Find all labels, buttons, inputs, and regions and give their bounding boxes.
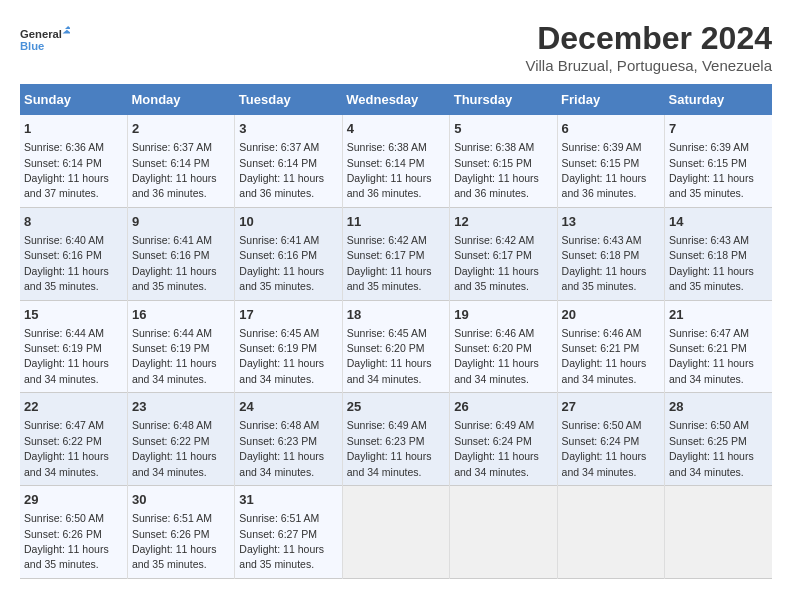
calendar-cell: 2 Sunrise: 6:37 AM Sunset: 6:14 PM Dayli… [127,115,234,207]
sunrise: Sunrise: 6:38 AM [347,141,427,153]
daylight: Daylight: 11 hours and 34 minutes. [24,357,109,384]
daylight: Daylight: 11 hours and 37 minutes. [24,172,109,199]
calendar-cell: 13 Sunrise: 6:43 AM Sunset: 6:18 PM Dayl… [557,207,664,300]
day-number: 5 [454,120,552,138]
calendar-cell: 30 Sunrise: 6:51 AM Sunset: 6:26 PM Dayl… [127,486,234,579]
sunset: Sunset: 6:14 PM [24,157,102,169]
svg-marker-2 [65,26,70,29]
day-number: 10 [239,213,337,231]
daylight: Daylight: 11 hours and 35 minutes. [132,543,217,570]
calendar-cell: 7 Sunrise: 6:39 AM Sunset: 6:15 PM Dayli… [665,115,772,207]
daylight: Daylight: 11 hours and 35 minutes. [24,543,109,570]
calendar-cell [557,486,664,579]
title-block: December 2024 Villa Bruzual, Portuguesa,… [525,20,772,74]
subtitle: Villa Bruzual, Portuguesa, Venezuela [525,57,772,74]
sunset: Sunset: 6:14 PM [132,157,210,169]
calendar-cell: 31 Sunrise: 6:51 AM Sunset: 6:27 PM Dayl… [235,486,342,579]
daylight: Daylight: 11 hours and 36 minutes. [132,172,217,199]
calendar-cell: 23 Sunrise: 6:48 AM Sunset: 6:22 PM Dayl… [127,393,234,486]
sunset: Sunset: 6:17 PM [454,249,532,261]
week-row-5: 29 Sunrise: 6:50 AM Sunset: 6:26 PM Dayl… [20,486,772,579]
sunset: Sunset: 6:24 PM [454,435,532,447]
header-thursday: Thursday [450,84,557,115]
sunset: Sunset: 6:26 PM [132,528,210,540]
sunrise: Sunrise: 6:39 AM [562,141,642,153]
sunset: Sunset: 6:19 PM [239,342,317,354]
daylight: Daylight: 11 hours and 34 minutes. [239,450,324,477]
day-number: 9 [132,213,230,231]
day-number: 31 [239,491,337,509]
sunset: Sunset: 6:24 PM [562,435,640,447]
calendar-cell: 29 Sunrise: 6:50 AM Sunset: 6:26 PM Dayl… [20,486,127,579]
daylight: Daylight: 11 hours and 36 minutes. [347,172,432,199]
sunset: Sunset: 6:21 PM [562,342,640,354]
header-sunday: Sunday [20,84,127,115]
logo-svg: General Blue [20,20,70,60]
daylight: Daylight: 11 hours and 34 minutes. [454,357,539,384]
day-number: 11 [347,213,445,231]
sunrise: Sunrise: 6:47 AM [24,419,104,431]
sunset: Sunset: 6:25 PM [669,435,747,447]
svg-text:Blue: Blue [20,40,44,52]
week-row-4: 22 Sunrise: 6:47 AM Sunset: 6:22 PM Dayl… [20,393,772,486]
sunrise: Sunrise: 6:41 AM [132,234,212,246]
day-number: 16 [132,306,230,324]
sunrise: Sunrise: 6:51 AM [239,512,319,524]
calendar-cell: 24 Sunrise: 6:48 AM Sunset: 6:23 PM Dayl… [235,393,342,486]
sunset: Sunset: 6:18 PM [669,249,747,261]
sunrise: Sunrise: 6:45 AM [239,327,319,339]
day-number: 19 [454,306,552,324]
sunset: Sunset: 6:27 PM [239,528,317,540]
day-number: 18 [347,306,445,324]
sunset: Sunset: 6:21 PM [669,342,747,354]
calendar-cell: 14 Sunrise: 6:43 AM Sunset: 6:18 PM Dayl… [665,207,772,300]
sunset: Sunset: 6:18 PM [562,249,640,261]
page-header: General Blue December 2024 Villa Bruzual… [20,20,772,74]
daylight: Daylight: 11 hours and 34 minutes. [454,450,539,477]
day-number: 27 [562,398,660,416]
calendar-cell: 8 Sunrise: 6:40 AM Sunset: 6:16 PM Dayli… [20,207,127,300]
week-row-1: 1 Sunrise: 6:36 AM Sunset: 6:14 PM Dayli… [20,115,772,207]
daylight: Daylight: 11 hours and 36 minutes. [239,172,324,199]
sunrise: Sunrise: 6:42 AM [454,234,534,246]
calendar-cell: 17 Sunrise: 6:45 AM Sunset: 6:19 PM Dayl… [235,300,342,393]
header-friday: Friday [557,84,664,115]
calendar-cell: 4 Sunrise: 6:38 AM Sunset: 6:14 PM Dayli… [342,115,449,207]
day-number: 8 [24,213,123,231]
sunset: Sunset: 6:19 PM [132,342,210,354]
daylight: Daylight: 11 hours and 34 minutes. [669,450,754,477]
sunset: Sunset: 6:20 PM [347,342,425,354]
calendar-cell [342,486,449,579]
calendar-cell: 19 Sunrise: 6:46 AM Sunset: 6:20 PM Dayl… [450,300,557,393]
sunset: Sunset: 6:15 PM [454,157,532,169]
sunset: Sunset: 6:26 PM [24,528,102,540]
day-number: 23 [132,398,230,416]
sunrise: Sunrise: 6:40 AM [24,234,104,246]
sunset: Sunset: 6:19 PM [24,342,102,354]
day-number: 3 [239,120,337,138]
calendar-table: SundayMondayTuesdayWednesdayThursdayFrid… [20,84,772,579]
sunset: Sunset: 6:20 PM [454,342,532,354]
sunrise: Sunrise: 6:46 AM [454,327,534,339]
calendar-cell [450,486,557,579]
day-number: 1 [24,120,123,138]
calendar-cell: 9 Sunrise: 6:41 AM Sunset: 6:16 PM Dayli… [127,207,234,300]
day-number: 15 [24,306,123,324]
calendar-cell: 5 Sunrise: 6:38 AM Sunset: 6:15 PM Dayli… [450,115,557,207]
daylight: Daylight: 11 hours and 35 minutes. [239,543,324,570]
calendar-cell: 3 Sunrise: 6:37 AM Sunset: 6:14 PM Dayli… [235,115,342,207]
sunrise: Sunrise: 6:39 AM [669,141,749,153]
sunrise: Sunrise: 6:48 AM [239,419,319,431]
daylight: Daylight: 11 hours and 35 minutes. [239,265,324,292]
day-number: 26 [454,398,552,416]
calendar-cell: 21 Sunrise: 6:47 AM Sunset: 6:21 PM Dayl… [665,300,772,393]
header-saturday: Saturday [665,84,772,115]
sunset: Sunset: 6:16 PM [132,249,210,261]
sunset: Sunset: 6:14 PM [239,157,317,169]
sunrise: Sunrise: 6:48 AM [132,419,212,431]
day-number: 22 [24,398,123,416]
sunrise: Sunrise: 6:49 AM [454,419,534,431]
day-number: 7 [669,120,768,138]
sunrise: Sunrise: 6:37 AM [239,141,319,153]
daylight: Daylight: 11 hours and 35 minutes. [562,265,647,292]
